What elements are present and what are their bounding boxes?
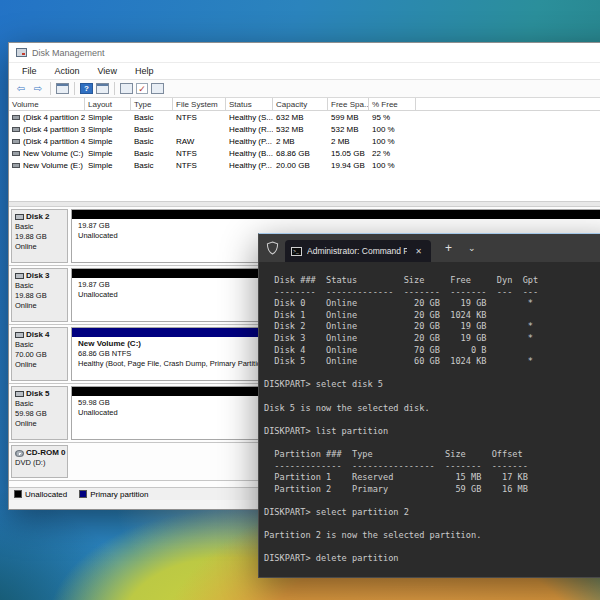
cmd-icon: >_ [291,247,302,256]
tab-dropdown-icon[interactable]: ⌄ [464,243,480,253]
volume-icon [12,115,20,120]
menu-help[interactable]: Help [126,66,163,76]
disk-management-icon [16,48,27,57]
tab-title: Administrator: Command Pror [307,246,407,256]
properties-icon[interactable] [151,83,164,94]
col-capacity[interactable]: Capacity [273,98,328,110]
volume-list-header: Volume Layout Type File System Status Ca… [9,98,600,111]
window-title: Disk Management [32,48,105,58]
volume-row[interactable]: (Disk 4 partition 2) Simple Basic NTFS H… [9,111,600,123]
diskpart-output: Disk ### Status Size Free Dyn Gpt ------… [264,275,600,565]
toolbar-separator [74,82,75,95]
menu-action[interactable]: Action [46,66,89,76]
disk5-info-panel[interactable]: Disk 5 Basic 59.98 GB Online [11,386,68,440]
terminal-title-bar[interactable]: >_ Administrator: Command Pror ✕ + ⌄ [259,234,600,262]
disk-icon [15,273,24,279]
toolbar-separator [50,82,51,95]
volume-icon [12,151,20,156]
tab-close-icon[interactable]: ✕ [412,246,425,257]
volume-icon [12,139,20,144]
disk3-info-panel[interactable]: Disk 3 Basic 19.88 GB Online [11,268,68,322]
menu-view[interactable]: View [89,66,126,76]
legend-unallocated: Unallocated [14,490,67,499]
toolbar: ⇦ ⇨ ? ✓ [9,80,600,98]
primary-partition-color-swatch [79,490,87,498]
col-status[interactable]: Status [226,98,273,110]
toolbar-separator [114,82,115,95]
terminal-output-area[interactable]: Disk ### Status Size Free Dyn Gpt ------… [259,262,600,577]
terminal-window: >_ Administrator: Command Pror ✕ + ⌄ Dis… [258,233,600,578]
col-filler [416,98,600,110]
unallocated-color-swatch [14,490,22,498]
volume-icon [12,163,20,168]
new-tab-button[interactable]: + [441,241,456,255]
admin-shield-icon [266,241,279,255]
menu-bar: File Action View Help [9,63,600,80]
terminal-tab[interactable]: >_ Administrator: Command Pror ✕ [285,240,431,262]
volume-row[interactable]: (Disk 4 partition 3) Simple Basic Health… [9,123,600,135]
forward-icon[interactable]: ⇨ [31,82,45,95]
show-console-tree-icon[interactable] [96,83,109,94]
title-bar[interactable]: Disk Management [9,43,600,63]
col-free-space[interactable]: Free Spa... [328,98,369,110]
volume-icon [12,127,20,132]
back-icon[interactable]: ⇦ [14,82,28,95]
disk-icon [15,391,24,397]
menu-file[interactable]: File [13,66,46,76]
cdrom0-info-panel[interactable]: CD-ROM 0 DVD (D:) [11,445,68,478]
volume-row[interactable]: (Disk 4 partition 4) Simple Basic RAW He… [9,135,600,147]
help-icon[interactable]: ? [80,83,93,94]
legend-primary-partition: Primary partition [79,490,148,499]
col-pct-free[interactable]: % Free [369,98,416,110]
volume-row[interactable]: New Volume (C:) Simple Basic NTFS Health… [9,147,600,159]
disk-icon [15,214,24,220]
volume-row[interactable]: New Volume (E:) Simple Basic NTFS Health… [9,159,600,171]
volume-list: Volume Layout Type File System Status Ca… [9,98,600,201]
col-type[interactable]: Type [131,98,173,110]
col-file-system[interactable]: File System [173,98,226,110]
disk2-info-panel[interactable]: Disk 2 Basic 19.88 GB Online [11,209,68,263]
console-window-icon[interactable] [56,83,69,94]
disk4-info-panel[interactable]: Disk 4 Basic 70.00 GB Online [11,327,68,381]
partition-stripe [72,210,600,219]
checklist-icon[interactable]: ✓ [136,83,148,94]
disk-icon [15,332,24,338]
col-volume[interactable]: Volume [9,98,85,110]
action-menu-icon[interactable] [120,83,133,94]
col-layout[interactable]: Layout [85,98,131,110]
cdrom-icon [15,450,24,457]
